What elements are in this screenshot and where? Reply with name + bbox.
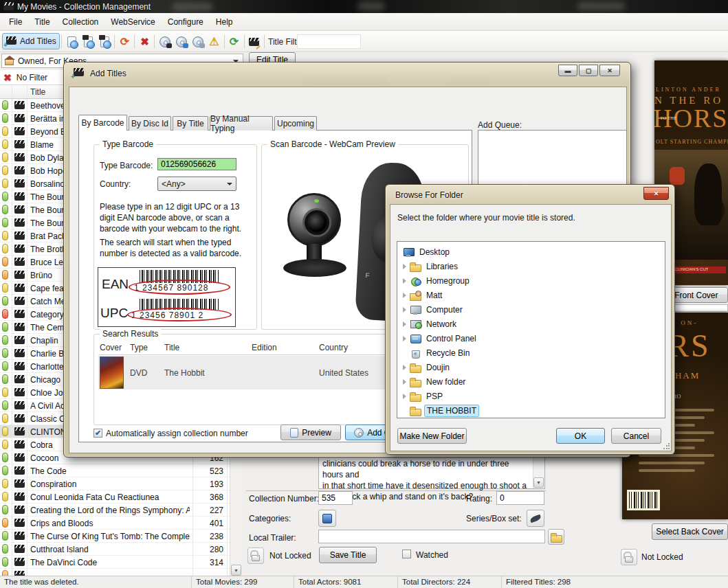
- ok-button[interactable]: OK: [556, 428, 605, 444]
- tab-by-disc-id[interactable]: By Disc Id: [129, 116, 171, 131]
- preview-button[interactable]: Preview: [280, 425, 341, 440]
- browse-instruction: Select the folder where your movie title…: [397, 213, 575, 223]
- movie-row[interactable]: Creating the Lord of the Rings Symphony:…: [0, 504, 230, 517]
- add-titles-button[interactable]: + Add Titles: [2, 33, 60, 49]
- title-filter-input[interactable]: [297, 34, 361, 49]
- disc-copy-icon[interactable]: [191, 35, 204, 48]
- expand-arrow-icon[interactable]: [403, 293, 406, 298]
- menu-item-title[interactable]: Title: [28, 14, 56, 30]
- make-new-folder-button[interactable]: Make New Folder: [397, 428, 467, 444]
- lock-icon[interactable]: [247, 547, 264, 564]
- tab-by-barcode[interactable]: By Barcode: [78, 115, 127, 131]
- scroll-down-icon[interactable]: ▼: [231, 565, 241, 576]
- collection-number: 193: [193, 479, 223, 489]
- back-lock-icon[interactable]: [621, 549, 637, 565]
- tree-item-label: Matt: [424, 290, 444, 301]
- tree-item-the-hobbit[interactable]: THE HOBBIT: [403, 403, 479, 418]
- menu-item-file[interactable]: File: [3, 14, 28, 30]
- movie-row[interactable]: The DaVinci Code314: [0, 556, 230, 569]
- select-back-cover-button[interactable]: Select Back Cover: [652, 523, 728, 540]
- column-header-cover[interactable]: Cover: [100, 343, 122, 352]
- column-header-type[interactable]: Type: [130, 343, 148, 352]
- scroll-down-icon[interactable]: ▼: [533, 477, 544, 488]
- cancel-button[interactable]: Cancel: [611, 428, 661, 444]
- local-trailer-input[interactable]: [318, 530, 545, 543]
- tab-by-title[interactable]: By Title: [173, 116, 208, 131]
- expand-arrow-icon[interactable]: [403, 336, 406, 341]
- maximize-button[interactable]: ▢: [579, 65, 598, 76]
- collection-number: 401: [193, 519, 223, 528]
- toolbar-separator: [224, 35, 225, 48]
- menu-item-configure[interactable]: Configure: [162, 14, 210, 30]
- edit-title-icon[interactable]: [247, 35, 261, 48]
- watched-label: Watched: [416, 550, 448, 560]
- movie-row[interactable]: [0, 569, 230, 576]
- toolbar-separator: [134, 35, 135, 48]
- movie-row[interactable]: Crips and Bloods401: [0, 517, 230, 530]
- column-header-edition[interactable]: Edition: [252, 343, 277, 352]
- categories-button[interactable]: [318, 510, 336, 527]
- movie-row[interactable]: Conspiration193: [0, 477, 230, 490]
- import-export-icon[interactable]: ⟳: [118, 35, 131, 48]
- movie-row[interactable]: The Code523: [0, 464, 230, 477]
- movie-icon: [14, 519, 25, 527]
- auto-assign-checkbox[interactable]: [93, 429, 102, 438]
- status-pill-orange: [2, 257, 8, 267]
- tree-item-libraries[interactable]: Libraries: [403, 259, 460, 273]
- expand-arrow-icon[interactable]: [403, 278, 406, 284]
- minimize-button[interactable]: ▬: [558, 65, 577, 76]
- browse-trailer-button[interactable]: [548, 529, 564, 545]
- tree-item-homegroup[interactable]: Homegroup: [403, 273, 472, 288]
- close-icon[interactable]: ✕: [643, 187, 669, 200]
- menu-item-webservice[interactable]: WebService: [104, 14, 161, 30]
- save-title-button[interactable]: Save Title: [319, 547, 377, 563]
- tree-item-psp[interactable]: PSP: [403, 389, 445, 403]
- tree-item-new-folder[interactable]: New folder: [403, 374, 467, 389]
- barcode-input[interactable]: [157, 158, 236, 170]
- tab-upcoming[interactable]: Upcoming: [274, 116, 317, 131]
- disc-person-icon[interactable]: [175, 35, 188, 48]
- tree-item-matt[interactable]: Matt: [403, 288, 444, 302]
- tree-item-recycle-bin[interactable]: Recycle Bin: [403, 346, 472, 360]
- expand-arrow-icon[interactable]: [403, 321, 406, 327]
- status-filtered-titles: Filtered Titles: 298: [502, 576, 575, 588]
- movie-icon: [14, 414, 25, 422]
- expand-arrow-icon[interactable]: [403, 365, 406, 370]
- series-box-set-button[interactable]: [527, 510, 544, 527]
- expand-arrow-icon[interactable]: [403, 379, 406, 385]
- expand-arrow-icon[interactable]: [403, 264, 406, 269]
- refresh-icon[interactable]: ⟳: [228, 35, 241, 48]
- column-header-country[interactable]: Country: [319, 343, 348, 352]
- menu-item-help[interactable]: Help: [210, 14, 239, 30]
- country-select[interactable]: <Any>: [157, 177, 236, 191]
- close-button[interactable]: ✕: [599, 65, 620, 76]
- resize-grip[interactable]: [663, 443, 670, 450]
- status-pill-green: [2, 296, 8, 306]
- warning-icon[interactable]: ⚠: [208, 35, 221, 48]
- column-header-title[interactable]: Title: [164, 343, 179, 352]
- web-disc-icon[interactable]: [82, 35, 95, 48]
- tree-item-computer[interactable]: Computer: [403, 302, 465, 317]
- movie-title: Conspiration: [30, 479, 190, 489]
- tree-item-control-panel[interactable]: Control Panel: [403, 331, 478, 346]
- watched-checkbox[interactable]: [402, 550, 411, 558]
- folder-icon: [410, 363, 421, 372]
- tab-by-manual-typing[interactable]: By Manual Typing: [210, 116, 273, 131]
- delete-title-icon[interactable]: ✖: [138, 35, 151, 48]
- movie-row[interactable]: Cutthroat Island280: [0, 543, 230, 556]
- tree-item-desktop[interactable]: Desktop: [403, 245, 452, 259]
- rating-input[interactable]: [496, 491, 544, 505]
- collection-number-input[interactable]: [318, 491, 353, 505]
- movie-row[interactable]: Conul Leonida Fata Cu Reactiunea368: [0, 490, 230, 504]
- movie-title: The Code: [30, 466, 190, 476]
- menu-item-collection[interactable]: Collection: [56, 14, 105, 30]
- network-icon: [410, 319, 421, 329]
- web-export-icon[interactable]: [98, 35, 111, 48]
- movie-row[interactable]: The Curse Of King Tut's Tomb: The Comple…: [0, 530, 230, 543]
- tree-item-doujin[interactable]: Doujin: [403, 360, 452, 374]
- expand-arrow-icon[interactable]: [403, 394, 406, 399]
- tree-item-network[interactable]: Network: [403, 317, 459, 331]
- expand-arrow-icon[interactable]: [403, 307, 406, 313]
- disc-title-icon[interactable]: [158, 35, 171, 48]
- web-title-icon[interactable]: [65, 35, 78, 48]
